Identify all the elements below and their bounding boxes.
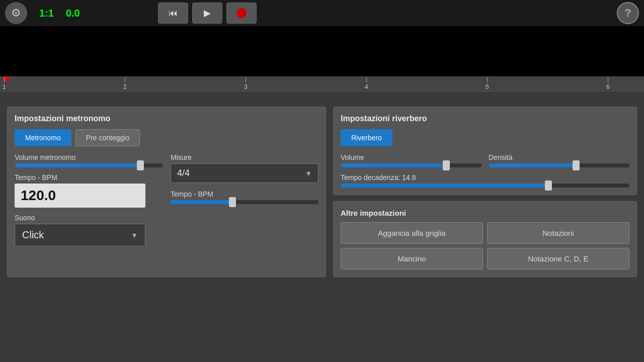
ruler-mark-6: 6	[606, 77, 610, 90]
position-bar: 1:1	[39, 8, 54, 19]
reverb-decay-label: Tempo decadenza: 14.8	[341, 173, 629, 182]
sound-label: Suono	[15, 214, 163, 222]
tab-metronome[interactable]: Metronomo	[15, 129, 71, 146]
notations-button[interactable]: Notazioni	[487, 222, 629, 244]
ruler-mark-5: 5	[486, 77, 489, 90]
reverb-panel-title: Impostazioni riverbero	[341, 114, 629, 123]
reverb-volume-fill	[341, 163, 446, 167]
gear-icon: ⚙	[11, 7, 21, 20]
ruler-mark-1: 1	[3, 77, 6, 90]
measures-value: 4/4	[177, 168, 190, 178]
volume-metronome-slider[interactable]	[15, 163, 163, 167]
measures-label: Misure	[171, 153, 318, 161]
reverb-decay-thumb[interactable]	[545, 180, 552, 191]
metronome-right: Misure 4/4 ▼ Tempo - BPM	[171, 153, 318, 246]
tab-precount[interactable]: Pre conteggio	[75, 129, 140, 146]
transport-buttons: ⏮ ▶	[158, 3, 257, 24]
bpm-slider-thumb[interactable]	[229, 197, 236, 207]
reverb-controls: Volume Densità	[341, 153, 629, 167]
reverb-volume-slider[interactable]	[341, 163, 481, 167]
timeline-ruler[interactable]: 1 2 3 4 5 6	[0, 76, 644, 92]
reverb-density-thumb[interactable]	[573, 160, 580, 170]
help-icon: ?	[624, 7, 631, 20]
bpm-slider-fill	[171, 200, 232, 204]
volume-metronome-fill	[15, 163, 140, 167]
tab-reverb[interactable]: Riverbero	[341, 129, 392, 146]
other-settings-panel: Altre impostazioni Aggancia alla griglia…	[333, 201, 637, 277]
reverb-density-label: Densità	[489, 153, 629, 161]
metronome-left: Volume metronomo Tempo - BPM 120.0 Suono…	[15, 153, 163, 246]
reverb-decay-control: Tempo decadenza: 14.8	[341, 173, 629, 188]
measures-dropdown-arrow: ▼	[305, 169, 312, 177]
waveform-area	[0, 26, 644, 76]
volume-metronome-control: Volume metronomo	[15, 153, 163, 167]
metronome-inner: Volume metronomo Tempo - BPM 120.0 Suono…	[15, 153, 318, 246]
reverb-density-control: Densità	[489, 153, 629, 167]
reverb-decay-slider[interactable]	[341, 184, 629, 188]
other-settings-title: Altre impostazioni	[341, 209, 629, 217]
notation-cde-button[interactable]: Notazione C, D, E	[487, 248, 629, 269]
reverb-tabs: Riverbero	[341, 129, 629, 146]
metronome-panel-title: Impostazioni metronomo	[15, 114, 318, 123]
reverb-volume-thumb[interactable]	[443, 160, 450, 170]
bpm-label-right: Tempo - BPM	[171, 190, 318, 198]
rewind-button[interactable]: ⏮	[158, 3, 188, 24]
spacer	[0, 92, 644, 102]
volume-metronome-thumb[interactable]	[137, 160, 144, 170]
other-settings-buttons: Aggancia alla griglia Notazioni Mancino …	[341, 222, 629, 269]
sound-dropdown-arrow: ▼	[131, 231, 138, 239]
reverb-density-fill	[489, 163, 576, 167]
reverb-panel: Impostazioni riverbero Riverbero Volume …	[333, 107, 637, 195]
play-button[interactable]: ▶	[192, 3, 222, 24]
ruler-mark-4: 4	[365, 77, 368, 90]
metronome-tabs: Metronomo Pre conteggio	[15, 129, 318, 146]
lefthanded-button[interactable]: Mancino	[341, 248, 483, 269]
play-icon: ▶	[204, 8, 211, 19]
reverb-density-slider[interactable]	[489, 163, 629, 167]
sound-control: Suono Click ▼	[15, 214, 163, 246]
main-content: Impostazioni metronomo Metronomo Pre con…	[0, 102, 644, 282]
sound-dropdown[interactable]: Click ▼	[15, 224, 145, 246]
measures-control: Misure 4/4 ▼	[171, 153, 318, 183]
ruler-mark-2: 2	[123, 77, 127, 90]
position-time: 0.0	[66, 8, 80, 19]
ruler-inner: 1 2 3 4 5 6	[0, 77, 644, 91]
measures-dropdown[interactable]: 4/4 ▼	[171, 163, 318, 183]
ruler-mark-3: 3	[244, 77, 248, 90]
reverb-volume-control: Volume	[341, 153, 481, 167]
bpm-slider[interactable]	[171, 200, 318, 204]
metronome-panel: Impostazioni metronomo Metronomo Pre con…	[7, 107, 326, 277]
help-button[interactable]: ?	[617, 2, 639, 24]
bpm-control: Tempo - BPM 120.0	[15, 173, 163, 208]
top-bar: ⚙ 1:1 0.0 ⏮ ▶ ?	[0, 0, 644, 26]
bpm-label-left: Tempo - BPM	[15, 173, 163, 182]
bpm-slider-control: Tempo - BPM	[171, 190, 318, 204]
bpm-input[interactable]: 120.0	[15, 184, 145, 208]
reverb-decay-fill	[341, 184, 548, 188]
record-icon	[236, 8, 247, 18]
snap-to-grid-button[interactable]: Aggancia alla griglia	[341, 222, 483, 244]
position-display: 1:1 0.0	[32, 6, 123, 21]
reverb-volume-label: Volume	[341, 153, 481, 161]
record-button[interactable]	[226, 3, 257, 24]
rewind-icon: ⏮	[169, 8, 178, 19]
gear-button[interactable]: ⚙	[5, 2, 27, 24]
right-panel: Impostazioni riverbero Riverbero Volume …	[333, 107, 637, 277]
sound-value: Click	[22, 229, 44, 241]
